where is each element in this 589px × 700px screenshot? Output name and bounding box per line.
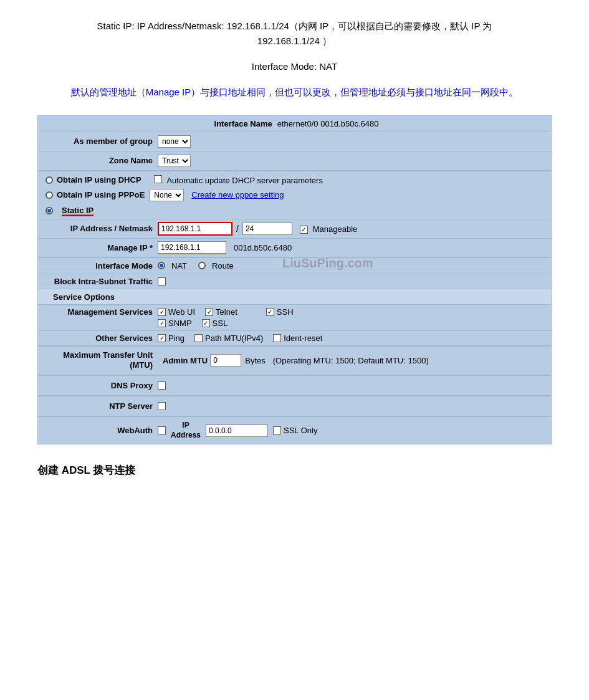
block-intra-checkbox[interactable] bbox=[158, 277, 166, 285]
interface-name-row: Interface Name ethernet0/0 001d.b50c.648… bbox=[38, 116, 551, 132]
manage-ip-row: Manage IP * 001d.b50c.6480 bbox=[38, 239, 551, 257]
auto-update-checkbox[interactable] bbox=[154, 175, 162, 183]
dns-proxy-checkbox[interactable] bbox=[158, 381, 166, 390]
admin-mtu-label: Admin MTU bbox=[163, 356, 208, 365]
manage-ip-note: 默认的管理地址（Manage IP）与接口地址相同，但也可以更改，但管理地址必须… bbox=[37, 84, 552, 100]
ping-label: Ping bbox=[168, 333, 184, 343]
manageable-label: Manageable bbox=[313, 224, 358, 234]
ip-address-row: IP Address / Netmask / Manageable bbox=[38, 219, 551, 239]
manage-ip-suffix: 001d.b50c.6480 bbox=[234, 243, 292, 252]
dns-proxy-row: DNS Proxy bbox=[38, 376, 551, 396]
block-intra-row: Block Intra-Subnet Traffic bbox=[38, 274, 551, 289]
path-mtu-label: Path MTU(IPv4) bbox=[205, 333, 263, 343]
webauth-checkbox[interactable] bbox=[158, 426, 166, 434]
ip-address-label: IP Address / Netmask bbox=[45, 224, 158, 233]
nat-radio[interactable] bbox=[158, 262, 165, 269]
as-member-select[interactable]: none bbox=[158, 135, 191, 148]
webauth-ip-input[interactable] bbox=[206, 424, 268, 437]
watermark-text: LiuSuPing.com bbox=[282, 256, 373, 271]
webauth-ip-label: IP Address bbox=[171, 421, 201, 440]
as-member-row: As member of group none bbox=[38, 132, 551, 151]
block-intra-label: Block Intra-Subnet Traffic bbox=[45, 277, 158, 286]
service-options-header: Service Options bbox=[45, 289, 122, 305]
ssh-label: SSH bbox=[277, 307, 294, 317]
obtain-pppoe-label: Obtain IP using PPPoE bbox=[57, 190, 145, 199]
admin-mtu-input[interactable] bbox=[210, 354, 241, 367]
ssl-checkbox[interactable] bbox=[202, 319, 210, 327]
dhcp-row: Obtain IP using DHCP Automatic update DH… bbox=[38, 171, 551, 187]
webauth-row: WebAuth IP Address SSL Only bbox=[38, 417, 551, 444]
route-label: Route bbox=[212, 261, 234, 271]
nat-label: NAT bbox=[171, 261, 187, 271]
ntp-server-row: NTP Server bbox=[38, 396, 551, 416]
ntp-server-checkbox[interactable] bbox=[158, 402, 166, 410]
zone-name-select[interactable]: Trust bbox=[158, 155, 191, 167]
web-ui-checkbox[interactable] bbox=[158, 308, 166, 316]
mtu-note: (Operating MTU: 1500; Default MTU: 1500) bbox=[273, 356, 429, 365]
netmask-input[interactable] bbox=[242, 223, 292, 235]
auto-update-label: Automatic update DHCP server parameters bbox=[166, 176, 322, 185]
mtu-label: Maximum Transfer Unit (MTU) bbox=[45, 350, 158, 372]
bytes-label: Bytes bbox=[245, 356, 266, 365]
manage-ip-input[interactable] bbox=[158, 241, 226, 254]
ssl-label: SSL bbox=[213, 319, 228, 328]
dhcp-radio[interactable] bbox=[45, 176, 53, 184]
mtu-row: Maximum Transfer Unit (MTU) Admin MTU By… bbox=[38, 347, 551, 376]
slash-separator: / bbox=[236, 224, 239, 234]
telnet-label: Telnet bbox=[216, 307, 237, 317]
static-ip-radio[interactable] bbox=[45, 207, 53, 214]
ping-checkbox[interactable] bbox=[158, 334, 166, 342]
snmp-checkbox[interactable] bbox=[158, 319, 166, 327]
adsl-title: 创建 ADSL 拨号连接 bbox=[37, 463, 552, 477]
ssl-only-checkbox[interactable] bbox=[273, 426, 281, 434]
interface-mode-label: Interface Mode bbox=[45, 261, 158, 271]
page-title-line1: Static IP: IP Address/Netmask: 192.168.1… bbox=[37, 19, 552, 34]
snmp-label: SNMP bbox=[168, 319, 192, 328]
management-services-label: Management Services bbox=[45, 307, 158, 317]
interface-name-label: Interface Name bbox=[214, 119, 272, 128]
telnet-checkbox[interactable] bbox=[205, 308, 213, 316]
path-mtu-checkbox[interactable] bbox=[194, 334, 203, 342]
interface-mode-row: Interface Mode NAT Route LiuSuPing.com bbox=[38, 258, 551, 274]
obtain-dhcp-label: Obtain IP using DHCP bbox=[57, 175, 141, 185]
manage-ip-label: Manage IP * bbox=[45, 243, 158, 252]
web-ui-label: Web UI bbox=[168, 307, 195, 317]
ntp-server-label: NTP Server bbox=[45, 401, 158, 411]
other-services-row: Other Services Ping Path MTU(IPv4) Ident… bbox=[38, 331, 551, 346]
ident-reset-label: Ident-reset bbox=[284, 333, 322, 343]
as-member-label: As member of group bbox=[45, 137, 158, 146]
other-services-label: Other Services bbox=[45, 333, 158, 343]
management-services-row: Management Services Web UI Telnet SSH bbox=[38, 305, 551, 331]
route-radio[interactable] bbox=[198, 262, 206, 269]
interface-mode-title: Interface Mode: NAT bbox=[37, 61, 552, 72]
pppoe-select[interactable]: None bbox=[150, 189, 184, 201]
ident-reset-checkbox[interactable] bbox=[273, 334, 281, 342]
create-pppoe-link[interactable]: Create new pppoe setting bbox=[191, 190, 284, 199]
static-ip-section: Static IP bbox=[38, 203, 551, 219]
zone-name-label: Zone Name bbox=[45, 156, 158, 165]
page-title-line2: 192.168.1.1/24 ） bbox=[37, 34, 552, 49]
pppoe-row: Obtain IP using PPPoE None Create new pp… bbox=[38, 187, 551, 203]
static-ip-label: Static IP bbox=[62, 206, 93, 216]
webauth-label: WebAuth bbox=[45, 426, 158, 435]
ssl-only-label: SSL Only bbox=[284, 426, 317, 435]
manageable-checkbox[interactable] bbox=[300, 226, 308, 234]
config-panel: Interface Name ethernet0/0 001d.b50c.648… bbox=[37, 115, 552, 445]
zone-name-row: Zone Name Trust bbox=[38, 151, 551, 171]
ssh-checkbox[interactable] bbox=[266, 308, 274, 316]
dns-proxy-label: DNS Proxy bbox=[45, 381, 158, 390]
ip-address-input[interactable] bbox=[158, 222, 232, 236]
interface-name-value: ethernet0/0 001d.b50c.6480 bbox=[277, 119, 379, 128]
pppoe-radio[interactable] bbox=[45, 191, 53, 199]
